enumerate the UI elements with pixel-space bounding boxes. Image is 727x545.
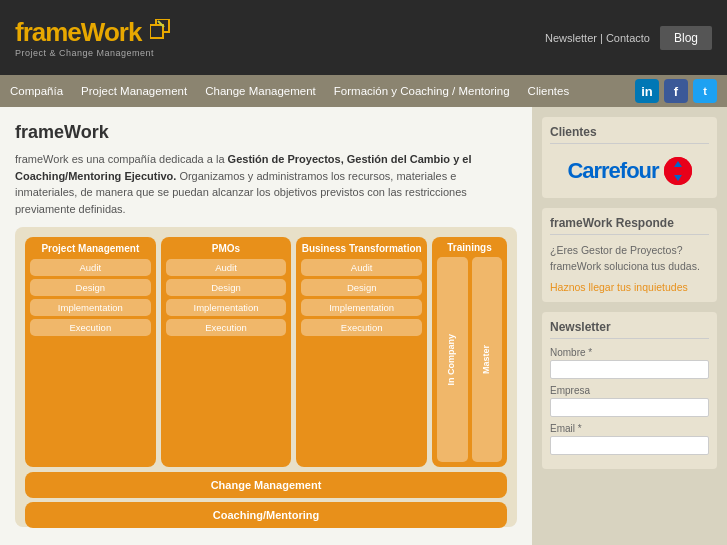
pm-item-3: Execution xyxy=(30,319,151,336)
empresa-input[interactable] xyxy=(550,398,709,417)
right-sidebar: Clientes Carrefour frameWork Responde ¿E… xyxy=(532,107,727,545)
nav-clientes[interactable]: Clientes xyxy=(528,85,570,97)
nombre-field: Nombre * xyxy=(550,347,709,379)
blog-button[interactable]: Blog xyxy=(660,26,712,50)
trainings-inner: In Company Master xyxy=(437,257,502,462)
pmos-item-0: Audit xyxy=(166,259,287,276)
nav-change-management[interactable]: Change Management xyxy=(205,85,316,97)
intro-paragraph: frameWork es una compañía dedicada a la … xyxy=(15,151,517,217)
logo-icon xyxy=(150,19,172,41)
pmos-item-3: Execution xyxy=(166,319,287,336)
clients-box: Clientes Carrefour xyxy=(542,117,717,198)
pmos-col-title: PMOs xyxy=(212,242,240,255)
newsletter-title: Newsletter xyxy=(550,320,709,339)
trainings-col: Trainings In Company Master xyxy=(432,237,507,467)
pm-item-1: Design xyxy=(30,279,151,296)
pm-item-0: Audit xyxy=(30,259,151,276)
framework-responde-box: frameWork Responde ¿Eres Gestor de Proye… xyxy=(542,208,717,302)
email-field: Email * xyxy=(550,423,709,455)
project-management-col: Project Management Audit Design Implemen… xyxy=(25,237,156,467)
carrefour-emblem xyxy=(664,157,692,185)
bt-item-0: Audit xyxy=(301,259,422,276)
pmos-col: PMOs Audit Design Implementation Executi… xyxy=(161,237,292,467)
nav-project-management[interactable]: Project Management xyxy=(81,85,187,97)
page-title: frameWork xyxy=(15,122,517,143)
social-icons: in f t xyxy=(635,79,717,103)
in-company-label: In Company xyxy=(446,334,458,386)
nav-formacion[interactable]: Formación y Coaching / Mentoring xyxy=(334,85,510,97)
linkedin-icon[interactable]: in xyxy=(635,79,659,103)
pm-item-2: Implementation xyxy=(30,299,151,316)
nav-links: Compañía Project Management Change Manag… xyxy=(10,85,569,97)
nombre-label: Nombre * xyxy=(550,347,709,358)
top-links[interactable]: Newsletter | Contacto xyxy=(545,32,650,44)
in-company-section: In Company xyxy=(437,257,468,462)
nav-compania[interactable]: Compañía xyxy=(10,85,63,97)
carrefour-text: Carrefour xyxy=(567,158,658,184)
bt-item-3: Execution xyxy=(301,319,422,336)
header: frameWork Project & Change Management Ne… xyxy=(0,0,727,75)
master-label: Master xyxy=(481,345,493,374)
pm-col-title: Project Management xyxy=(41,242,139,255)
pmos-item-2: Implementation xyxy=(166,299,287,316)
navigation: Compañía Project Management Change Manag… xyxy=(0,75,727,107)
business-transformation-col: Business Transformation Audit Design Imp… xyxy=(296,237,427,467)
main-layout: frameWork frameWork es una compañía dedi… xyxy=(0,107,727,545)
nombre-input[interactable] xyxy=(550,360,709,379)
responde-link[interactable]: Haznos llegar tus inquietudes xyxy=(550,281,688,293)
trainings-col-title: Trainings xyxy=(447,242,491,253)
top-right-area: Newsletter | Contacto Blog xyxy=(545,26,712,50)
svg-rect-1 xyxy=(150,25,163,38)
logo-text: frameWork xyxy=(15,17,172,48)
carrefour-logo: Carrefour xyxy=(550,152,709,190)
empresa-label: Empresa xyxy=(550,385,709,396)
responde-title: frameWork Responde xyxy=(550,216,709,235)
carrefour-icon xyxy=(664,157,692,185)
clients-title: Clientes xyxy=(550,125,709,144)
facebook-icon[interactable]: f xyxy=(664,79,688,103)
bottom-rows: Change Management Coaching/Mentoring xyxy=(25,472,507,528)
diagram-columns: Project Management Audit Design Implemen… xyxy=(25,237,507,467)
responde-text: ¿Eres Gestor de Proyectos? frameWork sol… xyxy=(550,243,709,275)
coaching-mentoring-row: Coaching/Mentoring xyxy=(25,502,507,528)
left-content: frameWork frameWork es una compañía dedi… xyxy=(0,107,532,545)
intro-start: frameWork es una compañía dedicada a la xyxy=(15,153,228,165)
logo-area: frameWork Project & Change Management xyxy=(15,17,172,58)
master-section: Master xyxy=(472,257,503,462)
email-input[interactable] xyxy=(550,436,709,455)
logo-accent: Work xyxy=(81,17,142,47)
logo-main: frame xyxy=(15,17,81,47)
pmos-item-1: Design xyxy=(166,279,287,296)
bt-item-1: Design xyxy=(301,279,422,296)
diagram: Project Management Audit Design Implemen… xyxy=(15,227,517,527)
change-management-row: Change Management xyxy=(25,472,507,498)
logo-subtitle: Project & Change Management xyxy=(15,48,172,58)
empresa-field: Empresa xyxy=(550,385,709,417)
newsletter-box: Newsletter Nombre * Empresa Email * xyxy=(542,312,717,469)
email-label: Email * xyxy=(550,423,709,434)
twitter-icon[interactable]: t xyxy=(693,79,717,103)
bt-item-2: Implementation xyxy=(301,299,422,316)
bt-col-title: Business Transformation xyxy=(302,242,422,255)
